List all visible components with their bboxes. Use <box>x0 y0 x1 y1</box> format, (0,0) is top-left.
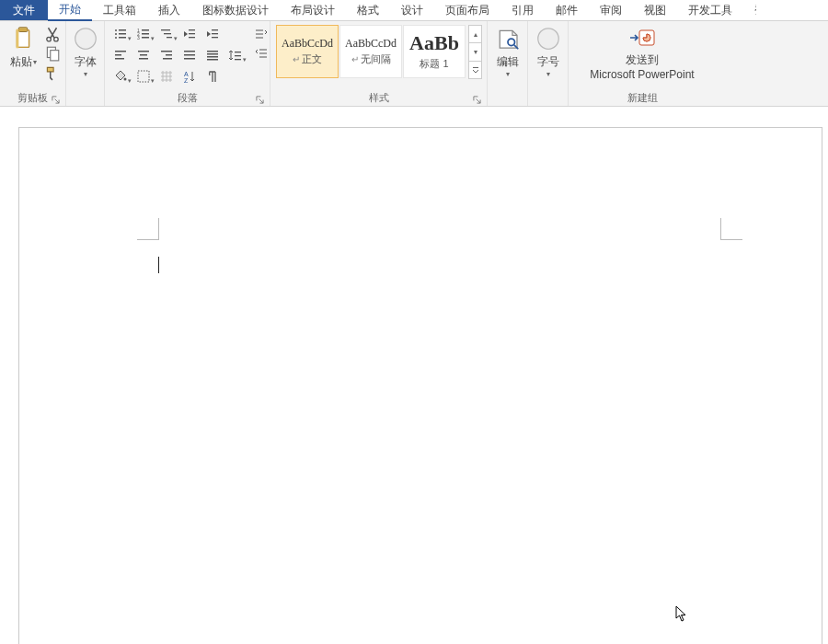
font-icon <box>72 25 99 52</box>
fontsize-button[interactable]: 字号 ▾ <box>532 23 564 78</box>
distributed-button[interactable] <box>202 46 223 64</box>
show-marks-button[interactable] <box>202 67 223 86</box>
style-preview: AaBb <box>407 33 462 53</box>
rtl-text-button[interactable] <box>251 44 271 63</box>
menu-view[interactable]: 视图 <box>633 0 677 20</box>
svg-point-6 <box>54 37 59 41</box>
copy-button[interactable] <box>44 45 61 62</box>
menu-developer[interactable]: 开发工具 <box>677 0 743 20</box>
svg-rect-11 <box>119 29 126 31</box>
editing-button[interactable]: 编辑 ▾ <box>491 23 523 78</box>
menu-file[interactable]: 文件 <box>0 0 48 20</box>
menu-bar: 文件 开始 工具箱 插入 图标数据设计 布局设计 格式 设计 页面布局 引用 邮… <box>0 0 828 21</box>
group-new: 发送到 Microsoft PowerPoint 新建组 <box>569 21 716 106</box>
styles-gallery: AaBbCcDd ↵正文 AaBbCcDd ↵无间隔 AaBb 标题 1 ▴ ▾ <box>274 23 482 78</box>
margin-corner-top-right <box>720 218 742 240</box>
shading-button[interactable]: ▾ <box>110 67 131 86</box>
style-no-spacing[interactable]: AaBbCcDd ↵无间隔 <box>339 25 402 78</box>
format-painter-button[interactable] <box>44 64 61 81</box>
fontsize-label: 字号 <box>537 54 559 70</box>
svg-rect-39 <box>163 58 172 60</box>
align-right-button[interactable] <box>156 46 177 64</box>
group-styles: AaBbCcDd ↵正文 AaBbCcDd ↵无间隔 AaBb 标题 1 ▴ ▾ <box>270 21 488 106</box>
font-button[interactable]: 字体 ▾ <box>70 23 100 78</box>
menu-review[interactable]: 审阅 <box>589 0 633 20</box>
editing-group-label <box>491 91 523 106</box>
svg-rect-23 <box>164 33 171 34</box>
editing-label: 编辑 <box>497 54 519 70</box>
svg-rect-25 <box>189 29 195 30</box>
svg-rect-0 <box>17 30 29 48</box>
svg-rect-41 <box>184 54 195 56</box>
indent-column <box>247 23 273 84</box>
svg-text:A: A <box>184 71 189 77</box>
menu-layout-design[interactable]: 布局设计 <box>280 0 346 20</box>
svg-rect-48 <box>235 55 241 56</box>
paste-icon <box>9 25 37 52</box>
sendto-label-line2: Microsoft PowerPoint <box>590 68 694 81</box>
svg-rect-4 <box>17 29 19 49</box>
svg-rect-8 <box>51 51 59 61</box>
snap-to-grid-button[interactable] <box>156 67 177 86</box>
menu-chart-data-design[interactable]: 图标数据设计 <box>191 0 280 20</box>
svg-point-50 <box>124 78 127 81</box>
menu-references[interactable]: 引用 <box>500 0 545 20</box>
menu-toolbox[interactable]: 工具箱 <box>92 0 147 20</box>
style-normal[interactable]: AaBbCcDd ↵正文 <box>276 25 339 78</box>
styles-dialog-launcher[interactable] <box>471 94 482 105</box>
paste-button[interactable]: 粘贴▾ <box>4 23 42 70</box>
svg-point-10 <box>115 29 117 31</box>
multilevel-list-button[interactable]: ▾ <box>156 25 177 43</box>
svg-rect-28 <box>212 29 218 30</box>
fontsize-icon <box>535 25 562 52</box>
send-to-powerpoint-button[interactable]: 发送到 Microsoft PowerPoint <box>582 23 701 81</box>
styles-scroll-up[interactable]: ▴ <box>468 25 482 43</box>
line-spacing-button[interactable]: ▾ <box>225 46 246 64</box>
styles-scroll: ▴ ▾ <box>468 25 482 78</box>
menu-format[interactable]: 格式 <box>346 0 390 20</box>
paragraph-dialog-launcher[interactable] <box>254 94 265 105</box>
style-preview: AaBbCcDd <box>282 38 333 49</box>
svg-rect-51 <box>138 71 149 82</box>
borders-button[interactable]: ▾ <box>133 67 154 86</box>
numbering-button[interactable]: 123▾ <box>133 25 154 43</box>
increase-indent-button[interactable] <box>202 25 223 43</box>
menu-page-layout[interactable]: 页面布局 <box>434 0 500 20</box>
svg-rect-45 <box>207 56 218 58</box>
styles-scroll-down[interactable]: ▾ <box>468 42 482 61</box>
styles-expand[interactable] <box>468 61 482 79</box>
svg-point-14 <box>115 37 117 39</box>
clipboard-mini-column <box>44 23 61 81</box>
align-justify-button[interactable] <box>179 46 200 64</box>
svg-rect-34 <box>138 51 149 52</box>
menu-login-truncated[interactable]: 登 <box>743 0 756 20</box>
cut-button[interactable] <box>44 26 61 42</box>
ltr-text-button[interactable] <box>251 25 271 43</box>
menu-mailings[interactable]: 邮件 <box>545 0 589 20</box>
page[interactable] <box>18 127 822 644</box>
bullets-button[interactable]: ▾ <box>110 25 131 43</box>
svg-rect-15 <box>119 37 126 39</box>
decrease-indent-button[interactable] <box>179 25 200 43</box>
sort-button[interactable]: AZ <box>179 67 200 86</box>
svg-rect-21 <box>142 37 149 39</box>
svg-rect-33 <box>115 58 124 60</box>
svg-rect-13 <box>119 33 126 35</box>
menu-design[interactable]: 设计 <box>390 0 434 20</box>
caret-icon: ▾ <box>506 70 510 78</box>
group-editing: 编辑 ▾ <box>488 21 528 106</box>
svg-rect-36 <box>139 58 148 60</box>
document-area[interactable] <box>0 107 828 644</box>
align-center-button[interactable] <box>133 46 154 64</box>
clipboard-dialog-launcher[interactable] <box>50 94 61 105</box>
group-paragraph: ▾ 123▾ ▾ ▾ ▾ ▾ AZ <box>105 21 270 106</box>
align-left-button[interactable] <box>110 46 131 64</box>
menu-insert[interactable]: 插入 <box>147 0 191 20</box>
menu-home[interactable]: 开始 <box>48 0 92 21</box>
new-group-label: 新建组 <box>572 91 712 106</box>
style-heading1[interactable]: AaBb 标题 1 <box>403 25 466 78</box>
svg-rect-47 <box>235 52 241 52</box>
paragraph-mark-icon: ↵ <box>351 54 359 64</box>
text-cursor <box>158 257 159 273</box>
svg-rect-17 <box>142 29 149 31</box>
